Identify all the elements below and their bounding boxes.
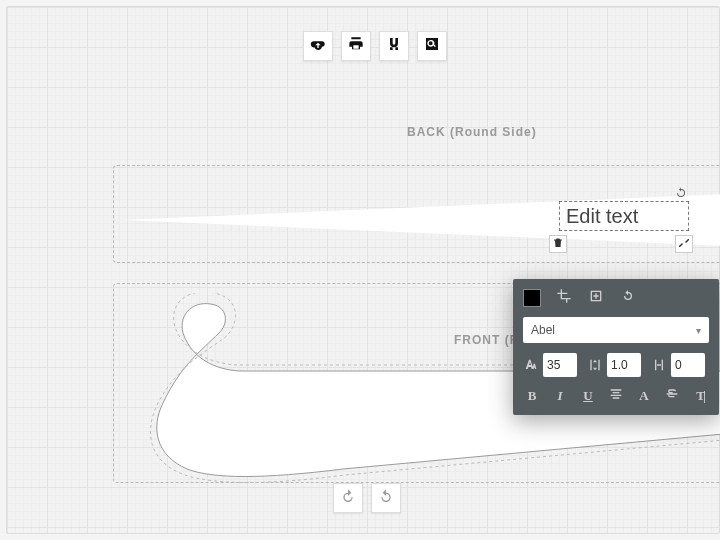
back-side-label: BACK (Round Side) <box>407 125 537 139</box>
zoom-button[interactable] <box>417 31 447 61</box>
print-icon <box>348 36 364 56</box>
font-size-input[interactable] <box>543 353 577 377</box>
print-button[interactable] <box>341 31 371 61</box>
italic-button[interactable]: I <box>551 387 569 405</box>
strike-button[interactable] <box>663 387 681 405</box>
resize-icon <box>678 237 690 251</box>
format-row-top <box>523 289 709 307</box>
refresh-button[interactable] <box>619 289 637 307</box>
text-edit-box[interactable]: Edit text <box>559 201 689 231</box>
format-row-metrics <box>523 353 709 377</box>
line-height-icon <box>587 357 603 373</box>
magnet-icon <box>386 36 402 56</box>
bold-button[interactable]: B <box>523 387 541 405</box>
chevron-down-icon: ▾ <box>696 325 701 336</box>
redo-button[interactable] <box>371 483 401 513</box>
design-canvas[interactable]: BACK (Round Side) FRONT (Flat Side) Edit… <box>6 6 720 534</box>
plus-box-icon <box>588 288 604 308</box>
align-center-icon <box>608 386 624 406</box>
format-row-style: B I U A T| <box>523 387 709 405</box>
align-button[interactable] <box>607 387 625 405</box>
rotate-icon <box>675 187 687 201</box>
top-toolbar <box>303 31 447 61</box>
trash-icon <box>552 237 564 251</box>
crop-icon <box>556 288 572 308</box>
format-row-font: Abel ▾ <box>523 317 709 343</box>
underline-button[interactable]: U <box>579 387 597 405</box>
cloud-upload-icon <box>310 36 326 56</box>
strikethrough-icon <box>664 386 680 406</box>
text-size-icon <box>523 357 539 373</box>
snap-button[interactable] <box>379 31 409 61</box>
refresh-icon <box>620 288 636 308</box>
char-space-control <box>651 353 705 377</box>
font-size-control <box>523 353 577 377</box>
history-toolbar <box>333 483 401 513</box>
delete-handle[interactable] <box>549 235 567 253</box>
undo-icon <box>340 488 356 508</box>
rotate-handle[interactable] <box>672 185 690 203</box>
redo-icon <box>378 488 394 508</box>
text-format-panel: Abel ▾ B I U A <box>513 279 719 415</box>
color-swatch[interactable] <box>523 289 541 307</box>
char-space-input[interactable] <box>671 353 705 377</box>
font-select-value: Abel <box>531 323 555 337</box>
resize-handle[interactable] <box>675 235 693 253</box>
char-space-icon <box>651 357 667 373</box>
upload-button[interactable] <box>303 31 333 61</box>
line-height-input[interactable] <box>607 353 641 377</box>
text-cursor-button[interactable]: T| <box>691 387 709 405</box>
text-color-button[interactable]: A <box>635 387 653 405</box>
font-select[interactable]: Abel ▾ <box>523 317 709 343</box>
undo-button[interactable] <box>333 483 363 513</box>
line-height-control <box>587 353 641 377</box>
text-edit-content: Edit text <box>566 205 638 228</box>
crop-button[interactable] <box>555 289 573 307</box>
search-icon <box>424 36 440 56</box>
layout-button[interactable] <box>587 289 605 307</box>
